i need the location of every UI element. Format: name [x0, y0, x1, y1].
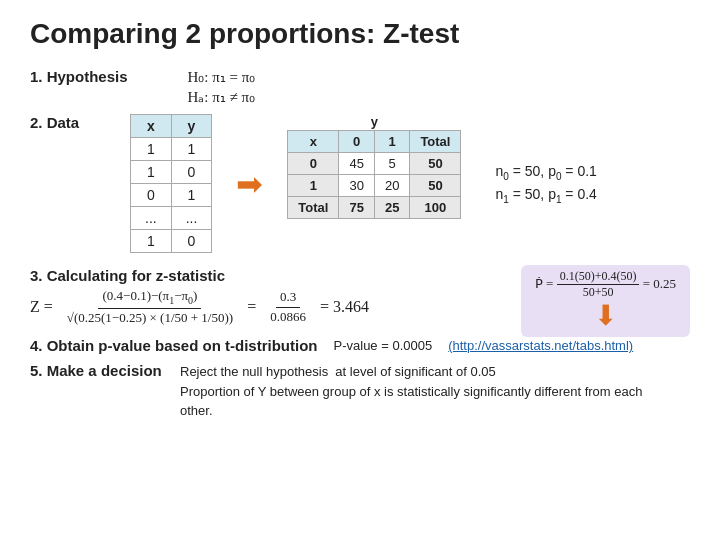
hypothesis-content: H₀: π₁ = π₀ Hₐ: π₁ ≠ π₀: [188, 68, 256, 106]
down-arrow-icon: ⬇: [535, 299, 676, 332]
note-n0: n0 = 50, p0 = 0.1: [495, 163, 596, 182]
z-numerator: (0.4−0.1)−(π1−π0): [98, 288, 201, 309]
p-formula-den: 50+50: [580, 285, 617, 299]
table-row-total: Total 75 25 100: [288, 197, 461, 219]
pvalue-link[interactable]: (http://vassarstats.net/tabs.html): [448, 338, 633, 353]
pvalue-label: 4. Obtain p-value based on t-distributio…: [30, 337, 318, 354]
z-equals: Z =: [30, 298, 53, 316]
contingency-table-container: y x 0 1 Total 0 45 5 50: [287, 114, 461, 219]
table-row: ......: [131, 207, 212, 230]
z-result-val: = 3.464: [320, 298, 369, 316]
table-row: 11: [131, 138, 212, 161]
note-n1: n1 = 50, p1 = 0.4: [495, 186, 596, 205]
table-row: 0 45 5 50: [288, 153, 461, 175]
z-result-fraction: 0.3 0.0866: [266, 289, 310, 326]
p-formula: Ṗ = 0.1(50)+0.4(50) 50+50 = 0.25: [535, 276, 676, 291]
col-header-y: y: [171, 115, 212, 138]
page-title: Comparing 2 proportions: Z-test: [30, 18, 690, 50]
z-eq2: =: [247, 298, 256, 316]
hypothesis-label: 1. Hypothesis: [30, 68, 128, 85]
h0-text: H₀: π₁ = π₀: [188, 68, 256, 86]
contingency-table: x 0 1 Total 0 45 5 50 1 30: [287, 130, 461, 219]
data-label: 2. Data: [30, 114, 110, 131]
y1-header: 1: [374, 131, 409, 153]
z-denominator: √(0.25(1−0.25) × (1/50 + 1/50)): [63, 309, 237, 327]
z-formula: Z = (0.4−0.1)−(π1−π0) √(0.25(1−0.25) × (…: [30, 288, 521, 326]
p-formula-num: 0.1(50)+0.4(50): [557, 270, 640, 285]
p-formula-result: = 0.25: [643, 276, 676, 291]
table-row: 10: [131, 230, 212, 253]
total-header: Total: [410, 131, 461, 153]
arrow-icon: ➡: [236, 165, 263, 203]
z-result-den: 0.0866: [266, 308, 310, 326]
data-content: x y 11 10 01 ...... 10 ➡ y x 0: [110, 114, 597, 253]
calc-label: 3. Calculating for z-statistic: [30, 267, 225, 284]
table-row: 01: [131, 184, 212, 207]
z-fraction: (0.4−0.1)−(π1−π0) √(0.25(1−0.25) × (1/50…: [63, 288, 237, 326]
col-header-x: x: [131, 115, 172, 138]
raw-data-table: x y 11 10 01 ...... 10: [130, 114, 212, 253]
p-formula-box: Ṗ = 0.1(50)+0.4(50) 50+50 = 0.25 ⬇: [521, 265, 690, 337]
sample-notes: n0 = 50, p0 = 0.1 n1 = 50, p1 = 0.4: [495, 163, 596, 205]
xy-corner: x: [288, 131, 339, 153]
y0-header: 0: [339, 131, 374, 153]
decision-label: 5. Make a decision: [30, 362, 170, 379]
ha-text: Hₐ: π₁ ≠ π₀: [188, 88, 256, 106]
table-row: 10: [131, 161, 212, 184]
pvalue-value: P-value = 0.0005: [334, 338, 433, 353]
z-result-num: 0.3: [276, 289, 300, 308]
decision-text: Reject the null hypothesis at level of s…: [180, 362, 660, 421]
y-header: y: [287, 114, 461, 129]
table-row: 1 30 20 50: [288, 175, 461, 197]
